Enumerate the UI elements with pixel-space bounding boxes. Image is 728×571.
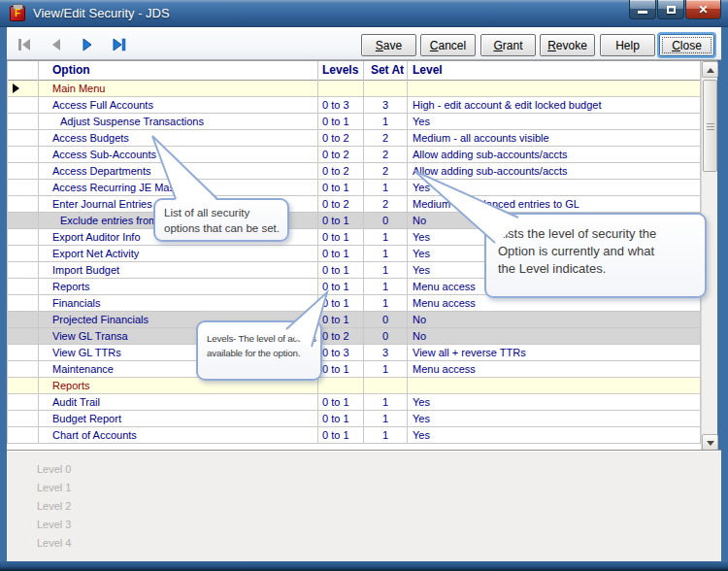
row-selector-cell (7, 147, 39, 163)
scroll-up-icon (707, 68, 714, 73)
option-cell: Access Full Accounts (39, 97, 318, 114)
grant-button[interactable]: Grant (480, 34, 536, 56)
level-cell: Yes (408, 411, 701, 427)
setat-cell: 1 (364, 411, 408, 427)
setat-cell: 1 (364, 427, 408, 444)
levels-cell: 0 to 1 (318, 262, 364, 279)
row-selector-cell (7, 213, 39, 229)
table-row[interactable]: Enter Journal Entries0 to 22Medium - unb… (7, 196, 717, 213)
close-x-icon: ✕ (698, 3, 708, 17)
setat-cell: 3 (364, 345, 408, 361)
table-row[interactable]: Access Full Accounts0 to 33High - edit a… (7, 97, 717, 114)
close-window-button[interactable]: ✕ (685, 0, 721, 19)
scrollbar-thumb[interactable] (703, 80, 717, 172)
table-row[interactable]: Access Departments0 to 22Allow adding su… (7, 163, 717, 180)
option-cell: Financials (39, 295, 318, 312)
levels-cell: 0 to 2 (318, 196, 364, 213)
setat-cell: 3 (364, 97, 408, 114)
row-selector-cell (7, 81, 39, 97)
setat-cell: 1 (364, 180, 408, 196)
option-cell: Adjust Suspense Transactions (39, 114, 318, 130)
level-cell: Allow adding sub-accounts/accts (408, 147, 701, 163)
table-row[interactable]: Adjust Suspense Transactions0 to 11Yes (7, 114, 717, 130)
levels-cell: 0 to 2 (318, 130, 364, 147)
maximize-icon (667, 6, 676, 14)
table-row[interactable]: Projected Financials0 to 10No (7, 312, 717, 328)
row-selector-cell (7, 246, 39, 262)
save-button[interactable]: Save (361, 34, 416, 56)
levels-cell: 0 to 1 (318, 394, 364, 411)
table-row[interactable]: Audit Trail0 to 11Yes (7, 394, 717, 411)
callout-tail (281, 286, 342, 353)
column-header-setat[interactable]: Set At (364, 61, 408, 81)
table-row[interactable]: Access Recurring JE Masters0 to 11Yes (7, 180, 717, 196)
setat-cell: 0 (364, 213, 408, 229)
maximize-button[interactable] (657, 0, 684, 19)
titlebar[interactable]: F View/Edit Security - JDS ✕ (0, 0, 728, 27)
table-row[interactable]: Reports (7, 378, 717, 394)
current-row-marker-icon (13, 84, 19, 93)
level-cell (408, 81, 701, 97)
minimize-icon (638, 11, 647, 14)
row-selector-cell (7, 163, 39, 180)
setat-cell: 1 (364, 295, 408, 312)
first-record-icon[interactable] (17, 38, 35, 51)
setat-cell: 2 (364, 147, 408, 163)
setat-cell: 1 (364, 361, 408, 378)
level-cell (408, 378, 701, 394)
setat-cell: 2 (364, 130, 408, 147)
setat-cell: 1 (364, 246, 408, 262)
row-selector-cell (7, 196, 39, 213)
scroll-down-icon (707, 441, 714, 446)
column-header-levels[interactable]: Levels (318, 61, 364, 81)
previous-record-icon[interactable] (49, 38, 66, 51)
scroll-up-button[interactable] (702, 61, 718, 78)
window-frame-bottom (0, 561, 728, 571)
scroll-down-button[interactable] (702, 434, 718, 451)
table-row[interactable]: View GL Transa0 to 20No (7, 328, 717, 345)
setat-cell: 1 (364, 279, 408, 295)
level-cell: View all + reverse TTRs (408, 345, 701, 361)
levels-cell: 0 to 3 (318, 97, 364, 114)
setat-cell: 1 (364, 114, 408, 130)
table-row[interactable]: Access Budgets0 to 22Medium - all accoun… (7, 130, 717, 147)
column-header-level[interactable]: Level (408, 61, 701, 81)
option-cell: Chart of Accounts (39, 427, 318, 444)
safe-icon: F (10, 6, 25, 21)
row-selector-cell (7, 328, 39, 345)
row-selector-cell (7, 427, 39, 444)
help-button[interactable]: Help (600, 34, 655, 56)
last-record-icon[interactable] (111, 38, 128, 51)
row-selector-cell (7, 378, 39, 394)
setat-cell: 0 (364, 328, 408, 345)
level-4-label: Level 4 (37, 537, 721, 555)
level-cell: Menu access (408, 361, 701, 378)
levels-cell: 0 to 1 (318, 427, 364, 444)
window: F View/Edit Security - JDS ✕ Save Cancel… (0, 0, 728, 571)
level-0-label: Level 0 (37, 463, 721, 482)
next-record-icon[interactable] (80, 38, 97, 51)
setat-cell: 1 (364, 229, 408, 246)
level-3-label: Level 3 (37, 519, 721, 537)
gutter-header-cell (7, 61, 39, 81)
cancel-button[interactable]: Cancel (420, 34, 476, 56)
row-selector-cell (7, 345, 39, 361)
minimize-button[interactable] (629, 0, 656, 19)
option-cell: Budget Report (39, 411, 318, 427)
levels-cell: 0 to 2 (318, 147, 364, 163)
table-row[interactable]: Chart of Accounts0 to 11Yes (7, 427, 717, 444)
table-row[interactable]: Access Sub-Accounts0 to 22Allow adding s… (7, 147, 717, 163)
level-cell: No (408, 312, 701, 328)
setat-cell: 1 (364, 262, 408, 279)
safe-icon-letter: F (15, 8, 20, 19)
table-row[interactable]: Maintenance0 to 11Menu access (7, 361, 717, 378)
revoke-button[interactable]: Revoke (540, 34, 595, 56)
levels-cell: 0 to 1 (318, 213, 364, 229)
table-row[interactable]: Budget Report0 to 11Yes (7, 411, 717, 427)
row-selector-cell (7, 312, 39, 328)
table-row[interactable]: View GL TTRs0 to 33View all + reverse TT… (7, 345, 717, 361)
column-header-option[interactable]: Option (39, 61, 318, 81)
levels-cell: 0 to 1 (318, 180, 364, 196)
close-button[interactable]: Close (659, 34, 714, 56)
table-row[interactable]: Main Menu (7, 81, 717, 97)
